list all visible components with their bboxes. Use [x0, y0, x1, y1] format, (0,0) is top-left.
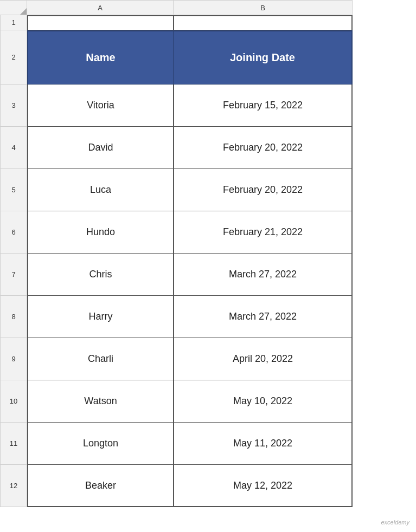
cell-b1[interactable]	[27, 15, 174, 30]
header-name-cell: Name	[27, 30, 174, 85]
corner-cell	[0, 0, 27, 15]
grid: A B 1 2 Name Joining Date	[0, 0, 416, 85]
cell-date-12[interactable]: May 12, 2022	[174, 465, 353, 507]
corner-triangle	[20, 8, 27, 15]
col-header-a: A	[27, 0, 174, 15]
row-number-6: 6	[0, 211, 27, 254]
row-number-2: 2	[0, 30, 27, 85]
col-header-b: B	[174, 0, 353, 15]
cell-date-5[interactable]: February 20, 2022	[174, 169, 353, 211]
cell-name-10[interactable]: Watson	[27, 380, 174, 423]
cell-name-9[interactable]: Charli	[27, 338, 174, 380]
cell-date-3[interactable]: February 15, 2022	[174, 85, 353, 127]
cell-name-4[interactable]: David	[27, 127, 174, 169]
cell-date-8[interactable]: March 27, 2022	[174, 296, 353, 338]
watermark: exceldemy	[381, 519, 409, 525]
row-number-8: 8	[0, 296, 27, 338]
cell-c1[interactable]	[174, 15, 353, 30]
cell-date-9[interactable]: April 20, 2022	[174, 338, 353, 380]
row-number-5: 5	[0, 169, 27, 211]
header-date-cell: Joining Date	[174, 30, 353, 85]
table-row: 10WatsonMay 10, 2022	[0, 380, 416, 423]
table-row: 4DavidFebruary 20, 2022	[0, 127, 416, 169]
table-row: 11LongtonMay 11, 2022	[0, 423, 416, 465]
spreadsheet: A B 1 2 Name Joining Date 3VitoriaFebrua…	[0, 0, 416, 532]
row-number-4: 4	[0, 127, 27, 169]
table-row: 8HarryMarch 27, 2022	[0, 296, 416, 338]
row-number-10: 10	[0, 380, 27, 423]
table-row: 3VitoriaFebruary 15, 2022	[0, 85, 416, 127]
table-row: 5LucaFebruary 20, 2022	[0, 169, 416, 211]
cell-date-4[interactable]: February 20, 2022	[174, 127, 353, 169]
table-row: 12BeakerMay 12, 2022	[0, 465, 416, 507]
row-number-9: 9	[0, 338, 27, 380]
row-number-3: 3	[0, 85, 27, 127]
cell-name-12[interactable]: Beaker	[27, 465, 174, 507]
row-number-7: 7	[0, 254, 27, 296]
cell-date-10[interactable]: May 10, 2022	[174, 380, 353, 423]
cell-date-11[interactable]: May 11, 2022	[174, 423, 353, 465]
cell-name-3[interactable]: Vitoria	[27, 85, 174, 127]
cell-name-6[interactable]: Hundo	[27, 211, 174, 254]
row-number-11: 11	[0, 423, 27, 465]
cell-name-11[interactable]: Longton	[27, 423, 174, 465]
cell-date-6[interactable]: February 21, 2022	[174, 211, 353, 254]
cell-date-7[interactable]: March 27, 2022	[174, 254, 353, 296]
row-number-12: 12	[0, 465, 27, 507]
row-number-1: 1	[0, 15, 27, 30]
cell-name-7[interactable]: Chris	[27, 254, 174, 296]
table-row: 9CharliApril 20, 2022	[0, 338, 416, 380]
cell-name-5[interactable]: Luca	[27, 169, 174, 211]
table-row: 6HundoFebruary 21, 2022	[0, 211, 416, 254]
data-rows: 3VitoriaFebruary 15, 20224DavidFebruary …	[0, 85, 416, 507]
table-row: 7ChrisMarch 27, 2022	[0, 254, 416, 296]
cell-name-8[interactable]: Harry	[27, 296, 174, 338]
